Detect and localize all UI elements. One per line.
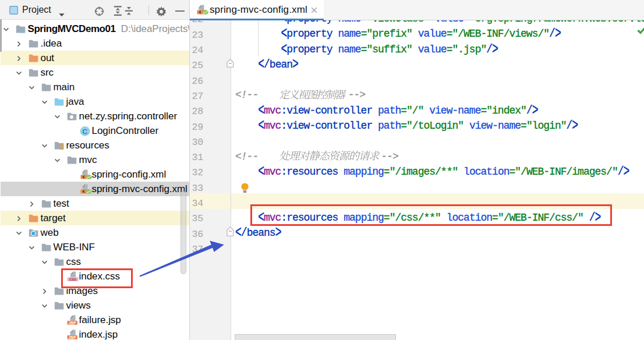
svg-text:C: C: [83, 128, 87, 134]
svg-text:JSP: JSP: [69, 335, 76, 339]
svg-text:JSP: JSP: [69, 320, 76, 324]
